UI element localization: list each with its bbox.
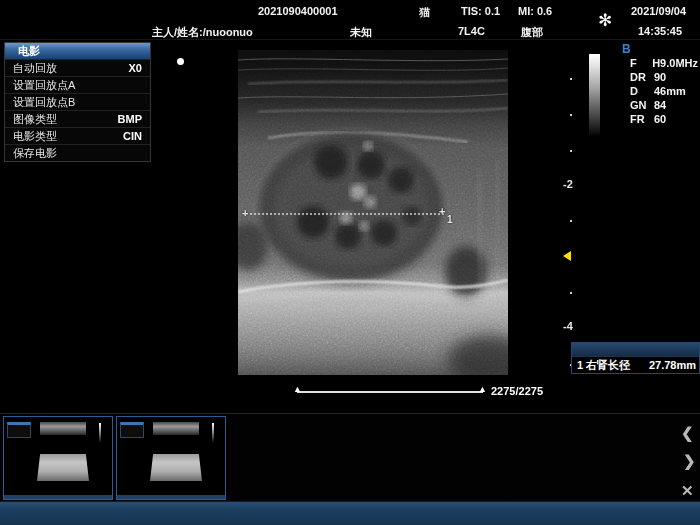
ultrasound-screen: 2021090400001 猫 TIS: 0.1 MI: 0.6 2021/09… (0, 0, 700, 525)
focus-marker-icon (563, 251, 571, 261)
grayscale-bar (589, 54, 600, 136)
menu-item-cine-type[interactable]: 电影类型 CIN (5, 127, 150, 144)
status-bar: en (0, 501, 700, 525)
depth-tick (570, 220, 572, 222)
param-row-gain: GN 84 (630, 99, 698, 113)
depth-label-4: -4 (563, 320, 573, 332)
freeze-icon: ✻ (598, 10, 612, 31)
measure-line (250, 213, 444, 215)
species-label: 猫 (419, 5, 430, 20)
menu-item-label: 保存电影 (13, 145, 57, 161)
param-row-dynamic-range: DR 90 (630, 71, 698, 85)
mini-grayscale-bar (212, 423, 214, 443)
menu-item-set-point-a[interactable]: 设置回放点A (5, 76, 150, 93)
exam-date: 2021/09/04 (631, 5, 686, 17)
depth-tick (570, 292, 572, 294)
param-label: DR (630, 71, 654, 85)
cine-start-marker[interactable]: ▲ (293, 384, 302, 394)
mini-grayscale-bar (99, 423, 101, 443)
depth-tick (570, 150, 572, 152)
patient-status: 未知 (350, 25, 372, 40)
caliper-index-label: 1 (447, 214, 453, 225)
menu-item-set-point-b[interactable]: 设置回放点B (5, 93, 150, 110)
mode-label: B (622, 42, 631, 56)
measurement-index: 1 (572, 357, 586, 374)
param-label: FR (630, 113, 654, 127)
cine-progress-bar[interactable] (297, 391, 483, 393)
menu-item-value: BMP (118, 111, 142, 127)
menu-item-label: 电影类型 (13, 128, 57, 144)
depth-tick (570, 114, 572, 116)
mini-menu (120, 422, 144, 438)
mini-bright-band (150, 454, 202, 481)
param-row-frame-rate: FR 60 (630, 113, 698, 127)
menu-item-auto-replay[interactable]: 自动回放 X0 (5, 59, 150, 76)
menu-item-image-type[interactable]: 图像类型 BMP (5, 110, 150, 127)
param-value: 46mm (654, 85, 686, 99)
thumbnail-strip: ❮ ❯ ✕ (0, 413, 700, 501)
frame-counter: 2275/2275 (491, 385, 543, 397)
caliper-end-marker: + (439, 205, 445, 217)
measurement-result-box: 1 右肾长径 27.78mm (571, 342, 700, 374)
param-label: GN (630, 99, 654, 113)
tis-value: TIS: 0.1 (461, 5, 500, 17)
mi-value: MI: 0.6 (518, 5, 552, 17)
exam-preset: 腹部 (521, 25, 543, 40)
menu-item-value: X0 (129, 60, 142, 76)
depth-label-2: -2 (563, 178, 573, 190)
top-info-bar: 2021090400001 猫 TIS: 0.1 MI: 0.6 2021/09… (0, 0, 700, 40)
probe-orientation-dot (177, 58, 184, 65)
menu-item-value: CIN (123, 128, 142, 144)
param-row-depth: D 46mm (630, 85, 698, 99)
param-value: H9.0MHz (652, 57, 698, 71)
probe-model: 7L4C (458, 25, 485, 37)
mini-bright-band (37, 454, 89, 481)
gallery-close-button[interactable]: ✕ (681, 483, 694, 498)
menu-item-label: 图像类型 (13, 111, 57, 127)
thumbnail-2[interactable] (116, 416, 226, 500)
mini-status-bar (4, 495, 112, 499)
param-value: 84 (654, 99, 666, 113)
cine-menu: 电影 自动回放 X0 设置回放点A 设置回放点B 图像类型 BMP 电影类型 C… (4, 42, 151, 162)
gallery-prev-button[interactable]: ❮ (681, 425, 694, 440)
owner-name: 主人/姓名:/nuoonuo (152, 25, 253, 40)
param-value: 60 (654, 113, 666, 127)
measurement-value: 27.78mm (649, 357, 699, 374)
menu-item-label: 自动回放 (13, 60, 57, 76)
gallery-next-button[interactable]: ❯ (683, 453, 696, 468)
menu-item-label: 设置回放点A (13, 77, 75, 93)
param-label: F (630, 57, 652, 71)
measurement-name: 右肾长径 (586, 357, 649, 374)
param-value: 90 (654, 71, 666, 85)
thumbnail-1[interactable] (3, 416, 113, 500)
measurement-row: 1 右肾长径 27.78mm (572, 356, 699, 373)
param-row-frequency: F H9.0MHz (630, 57, 698, 71)
study-id: 2021090400001 (258, 5, 338, 17)
measurement-header (572, 343, 699, 356)
mini-near-field (153, 422, 199, 435)
mini-near-field (40, 422, 86, 435)
cine-menu-header: 电影 (5, 43, 150, 59)
cine-end-marker[interactable]: ▲ (478, 384, 487, 394)
menu-item-label: 设置回放点B (13, 94, 75, 110)
param-label: D (630, 85, 654, 99)
caliper-start-marker: + (242, 207, 248, 219)
mini-menu (7, 422, 31, 438)
depth-tick (570, 78, 572, 80)
mini-status-bar (117, 495, 225, 499)
menu-item-save-cine[interactable]: 保存电影 (5, 144, 150, 161)
ultrasound-image: + + 1 (238, 50, 508, 375)
exam-time: 14:35:45 (638, 25, 682, 37)
